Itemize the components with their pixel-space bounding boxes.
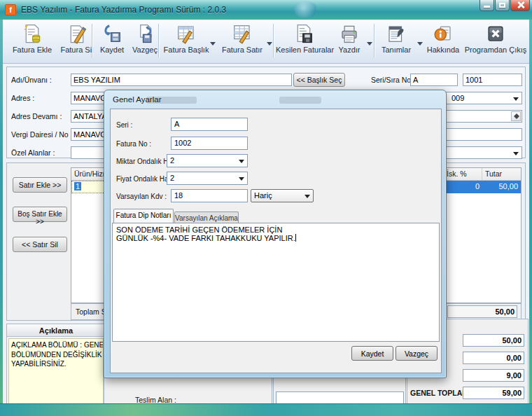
line-number-cell[interactable]: 1 xyxy=(71,181,105,193)
minimize-button[interactable] xyxy=(479,0,494,11)
serial-label: Seri/Sıra No : xyxy=(371,76,415,84)
toolbar-label: Fatura Sil xyxy=(57,46,97,54)
toolbar-button-kaydet[interactable]: Kaydet xyxy=(95,22,129,62)
aciklama-title: Açıklama xyxy=(7,324,105,337)
toolbar-label: Fatura Satır xyxy=(220,46,265,54)
spinner-arrows-icon[interactable] xyxy=(511,111,521,121)
toolbar-button-kesilen-faturalar[interactable]: Kesilen Faturalar xyxy=(276,22,332,62)
seri-input[interactable]: A xyxy=(171,118,248,131)
toolbar-button-vazgec[interactable]: Vazgeç xyxy=(128,22,162,62)
dialog-body: Seri : A Fatura No : 1002 Miktar Ondalık… xyxy=(110,109,442,373)
tab-varsayilan-aciklama[interactable]: Varsayılan Açıklama xyxy=(174,212,239,223)
tanimlar-dropdown-arrow[interactable] xyxy=(417,42,423,46)
fatura-baslik-dropdown-arrow[interactable] xyxy=(210,42,216,46)
genel-ayarlar-dialog: Genel Ayarlar Seri : A Fatura No : 1002 … xyxy=(104,90,447,378)
cancel-icon xyxy=(134,23,155,44)
kdv-total-value: 9,00 xyxy=(463,369,524,382)
delete-row-button[interactable]: << Satır Sil xyxy=(13,237,67,252)
seri-label: Seri : xyxy=(116,121,132,129)
invoice-add-icon xyxy=(22,23,43,44)
chevron-down-icon xyxy=(239,177,244,181)
chevron-down-icon xyxy=(513,152,519,155)
amount-cell[interactable]: 50,00 xyxy=(482,181,521,193)
toolbar-label: Fatura Ekle xyxy=(10,46,55,54)
toolbar-button-fatura-satir[interactable]: Fatura Satır xyxy=(220,22,265,62)
toolbar-button-hakkinda[interactable]: Hakkında xyxy=(424,22,462,62)
toolbar-button-fatura-baslik[interactable]: Fatura Başlık xyxy=(162,22,210,62)
column-discount[interactable]: İsk. % xyxy=(444,168,482,180)
maximize-button[interactable] xyxy=(495,0,510,11)
fatura-no-label: Fatura No : xyxy=(116,140,151,148)
dialog-save-button[interactable]: Kaydet xyxy=(351,346,393,361)
address2-label: Adres Devamı : xyxy=(11,112,62,120)
tax-office-label: Vergi Dairesi / No : xyxy=(11,130,73,139)
toolbar-label: Tanımlar xyxy=(377,46,415,54)
fatura-no-input[interactable]: 1002 xyxy=(171,137,248,150)
dialog-cancel-button[interactable]: Vazgeç xyxy=(396,346,438,361)
kdv-mode-select[interactable]: Hariç xyxy=(251,189,314,202)
minimize-icon xyxy=(484,6,490,8)
toolbar-label: Vazgeç xyxy=(128,46,162,54)
toolbar-separator xyxy=(273,24,274,57)
glass-reflection xyxy=(279,97,321,104)
toolbar-separator xyxy=(92,24,92,57)
varsayilan-kdv-input[interactable]: 18 xyxy=(171,189,248,202)
toolbar-button-programdan-cikis[interactable]: Programdan Çıkış xyxy=(463,22,528,62)
miktar-ondalik-select[interactable]: 2 xyxy=(167,154,248,167)
invoice-header-icon xyxy=(176,23,197,44)
discount-cell[interactable]: 0 xyxy=(444,181,482,193)
print-icon xyxy=(339,23,360,44)
chevron-down-icon xyxy=(304,195,310,198)
text-cursor xyxy=(295,234,296,242)
invoice-number-input[interactable]: 1001 xyxy=(463,74,522,86)
add-row-button[interactable]: Satır Ekle >> xyxy=(13,177,67,193)
toolbar-button-fatura-ekle[interactable]: Fatura Ekle xyxy=(10,22,55,62)
chevron-down-icon xyxy=(513,97,519,101)
address-label: Adres : xyxy=(11,94,34,102)
fiyat-ondalik-select[interactable]: 2 xyxy=(167,172,248,185)
aciklama-panel: Açıklama AÇIKLAMA BÖLÜMÜ : GENEL AYA BÖL… xyxy=(6,324,106,416)
toolbar: Fatura Ekle Fatura Sil Kaydet Vazgeç xyxy=(3,20,529,64)
app-window: f EBS Yazılım - Fatura Yazdırma Programı… xyxy=(0,0,532,416)
window-bottom-frame xyxy=(0,403,532,416)
toolbar-button-tanimlar[interactable]: Tanımlar xyxy=(377,22,415,62)
yazdir-dropdown-arrow[interactable] xyxy=(367,42,372,46)
about-icon xyxy=(433,23,454,44)
name-input[interactable]: EBS YAZILIM xyxy=(71,74,292,86)
toolbar-label: Kaydet xyxy=(95,46,129,54)
totals-amount: 50,00 xyxy=(447,305,517,318)
exit-icon xyxy=(485,23,506,44)
select-header-button[interactable]: << Başlık Seç xyxy=(293,73,345,87)
invoice-delete-icon xyxy=(66,23,88,44)
chevron-down-icon xyxy=(239,160,244,163)
title-bar: f EBS Yazılım - Fatura Yazdırma Programı… xyxy=(0,0,532,20)
column-product[interactable]: Ürün/Hizme xyxy=(71,168,105,180)
toolbar-separator xyxy=(374,24,374,57)
date-visible-text: 009 xyxy=(451,94,464,102)
app-icon: f xyxy=(5,4,16,15)
tab-fatura-dip-notlari[interactable]: Fatura Dip Notları xyxy=(113,209,174,223)
toolbar-label: Fatura Başlık xyxy=(162,46,210,54)
column-amount[interactable]: Tutar xyxy=(482,168,521,180)
close-button[interactable] xyxy=(510,0,530,11)
custom-fields-label: Özel Alanlar : xyxy=(11,148,55,157)
discount-total-value: 0,00 xyxy=(463,352,524,364)
fatura-satir-dropdown-arrow[interactable] xyxy=(267,42,272,46)
invoice-line-icon xyxy=(232,23,253,44)
serial-input[interactable]: A xyxy=(410,74,458,86)
toolbar-separator xyxy=(158,24,159,57)
toolbar-label: Yazdır xyxy=(333,46,365,54)
varsayilan-kdv-label: Varsayılan Kdv : xyxy=(116,193,167,200)
save-icon xyxy=(102,23,122,44)
definitions-icon xyxy=(386,23,407,44)
toolbar-label: Hakkında xyxy=(424,46,462,54)
window-title: EBS Yazılım - Fatura Yazdırma Programı S… xyxy=(21,5,226,15)
dip-notlari-textarea[interactable]: SON ÖDEME TARİHİ GEÇEN ÖDEMELER İÇİN GÜN… xyxy=(112,223,440,342)
glass-reflection xyxy=(294,1,318,18)
toolbar-button-yazdir[interactable]: Yazdır xyxy=(333,22,365,62)
maximize-icon xyxy=(499,3,505,8)
toolbar-label: Kesilen Faturalar xyxy=(276,46,332,54)
toolbar-button-fatura-sil[interactable]: Fatura Sil xyxy=(57,22,97,62)
name-label: Adı/Ünvanı : xyxy=(11,76,52,84)
add-empty-row-button[interactable]: Boş Satır Ekle >> xyxy=(13,207,67,222)
